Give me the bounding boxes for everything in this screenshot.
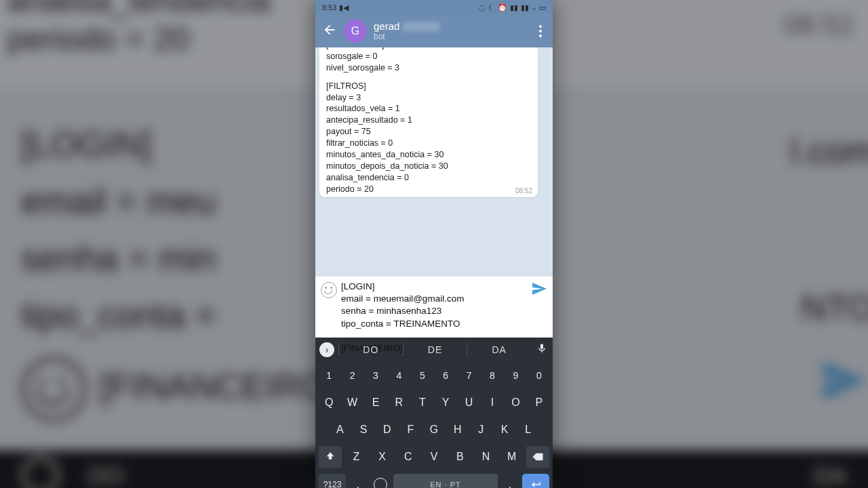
key-H[interactable]: H: [447, 419, 468, 441]
key-backspace[interactable]: [526, 446, 549, 468]
mic-icon[interactable]: [531, 343, 553, 357]
message-timestamp: 08:52: [515, 186, 532, 196]
send-button[interactable]: [531, 281, 547, 336]
avatar[interactable]: G: [344, 20, 367, 43]
chat-name: gerad: [374, 21, 399, 33]
key-T[interactable]: T: [412, 392, 433, 413]
key-R[interactable]: R: [389, 392, 409, 413]
suggestion-2[interactable]: DE: [403, 344, 467, 356]
key-B[interactable]: B: [448, 446, 471, 468]
key-D[interactable]: D: [376, 419, 397, 441]
key-U[interactable]: U: [458, 392, 479, 413]
message-input-bar: [LOGIN] email = meuemail@gmail.com senha…: [315, 277, 553, 338]
key-9[interactable]: 9: [505, 365, 526, 386]
back-button[interactable]: [322, 22, 337, 40]
status-bar: 8:53 ▮◀ ◌ ☾ ⏰ ▮▮ ▮▮ ⌵ ▭: [315, 0, 553, 15]
key-4[interactable]: 4: [389, 365, 409, 386]
wifi-icon: ⌵: [532, 3, 536, 12]
suggestion-1[interactable]: DO: [338, 344, 403, 356]
alarm-icon: ⏰: [498, 3, 507, 12]
message-input[interactable]: [LOGIN] email = meuemail@gmail.com senha…: [337, 281, 531, 336]
chevron-right-icon[interactable]: ›: [319, 342, 334, 357]
key-emoji[interactable]: [370, 474, 391, 488]
key-1[interactable]: 1: [319, 365, 339, 386]
signal2-icon: ▮▮: [521, 3, 529, 12]
message-text: [SOROSGALE]sorosgale = 0nivel_sorosgale …: [326, 47, 531, 195]
key-N[interactable]: N: [474, 446, 497, 468]
battery-icon: ▭: [539, 3, 546, 12]
key-space[interactable]: EN · PT: [393, 474, 498, 488]
chat-title-block[interactable]: gerad bot: [374, 21, 528, 41]
signal-icon: ▮▮: [510, 3, 518, 12]
chat-area[interactable]: [SOROSGALE]sorosgale = 0nivel_sorosgale …: [315, 47, 553, 277]
chat-header: G gerad bot: [315, 15, 553, 47]
suggestion-3[interactable]: DA: [467, 344, 531, 356]
phone-screen: 8:53 ▮◀ ◌ ☾ ⏰ ▮▮ ▮▮ ⌵ ▭ G gerad bot [SOR…: [315, 0, 553, 488]
key-L[interactable]: L: [517, 419, 538, 441]
dnd-icon: ◌: [479, 3, 486, 12]
key-Q[interactable]: Q: [319, 392, 339, 413]
blurred-name-part: [402, 22, 440, 31]
key-7[interactable]: 7: [458, 365, 479, 386]
key-S[interactable]: S: [353, 419, 374, 441]
chat-subtitle: bot: [374, 33, 528, 41]
status-time: 8:53: [322, 3, 336, 12]
key-M[interactable]: M: [500, 446, 524, 468]
key-X[interactable]: X: [370, 446, 393, 468]
key-period[interactable]: .: [500, 474, 519, 488]
key-K[interactable]: K: [494, 419, 515, 441]
incoming-message[interactable]: [SOROSGALE]sorosgale = 0nivel_sorosgale …: [319, 47, 538, 197]
key-E[interactable]: E: [366, 392, 386, 413]
key-symbols[interactable]: ?123: [319, 474, 346, 488]
menu-button[interactable]: [535, 21, 546, 41]
emoji-icon[interactable]: [321, 282, 337, 298]
key-3[interactable]: 3: [366, 365, 386, 386]
key-O[interactable]: O: [505, 392, 526, 413]
keyboard: › DO DE DA 1234567890 QWERTYUIOP ASDFGHJ…: [315, 338, 553, 488]
key-0[interactable]: 0: [529, 365, 549, 386]
key-Y[interactable]: Y: [435, 392, 456, 413]
moon-icon: ☾: [488, 3, 495, 12]
key-V[interactable]: V: [422, 446, 446, 468]
key-C[interactable]: C: [397, 446, 420, 468]
key-comma[interactable]: ,: [349, 474, 368, 488]
key-2[interactable]: 2: [342, 365, 362, 386]
key-I[interactable]: I: [482, 392, 502, 413]
key-enter[interactable]: [522, 474, 549, 488]
video-icon: ▮◀: [339, 3, 349, 12]
key-A[interactable]: A: [330, 419, 351, 441]
suggestion-bar: › DO DE DA: [315, 338, 553, 362]
key-Z[interactable]: Z: [344, 446, 368, 468]
key-J[interactable]: J: [471, 419, 492, 441]
key-F[interactable]: F: [400, 419, 421, 441]
key-5[interactable]: 5: [412, 365, 433, 386]
key-8[interactable]: 8: [482, 365, 502, 386]
key-G[interactable]: G: [424, 419, 445, 441]
key-6[interactable]: 6: [435, 365, 456, 386]
key-shift[interactable]: [319, 446, 342, 468]
key-P[interactable]: P: [529, 392, 549, 413]
key-W[interactable]: W: [342, 392, 362, 413]
